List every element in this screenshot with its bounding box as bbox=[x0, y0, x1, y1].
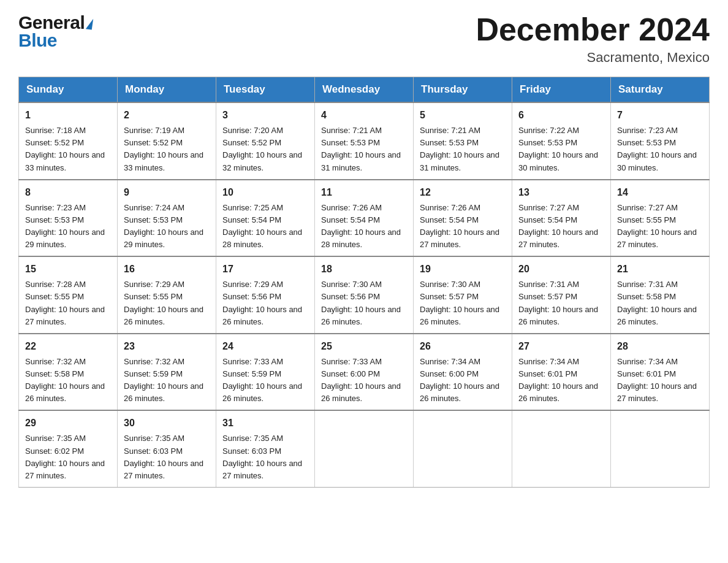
table-row: 10 Sunrise: 7:25 AMSunset: 5:54 PMDaylig… bbox=[216, 180, 315, 257]
day-number: 11 bbox=[321, 185, 407, 200]
table-row: 30 Sunrise: 7:35 AMSunset: 6:03 PMDaylig… bbox=[118, 410, 216, 487]
day-info: Sunrise: 7:22 AMSunset: 5:53 PMDaylight:… bbox=[518, 126, 598, 172]
day-info: Sunrise: 7:35 AMSunset: 6:03 PMDaylight:… bbox=[222, 434, 302, 480]
table-row: 8 Sunrise: 7:23 AMSunset: 5:53 PMDayligh… bbox=[19, 180, 118, 257]
day-info: Sunrise: 7:31 AMSunset: 5:57 PMDaylight:… bbox=[518, 280, 598, 326]
day-number: 28 bbox=[617, 339, 703, 354]
table-row: 16 Sunrise: 7:29 AMSunset: 5:55 PMDaylig… bbox=[118, 256, 216, 334]
day-number: 26 bbox=[420, 339, 506, 354]
calendar-header-row: Sunday Monday Tuesday Wednesday Thursday… bbox=[19, 77, 710, 103]
table-row bbox=[315, 410, 414, 487]
table-row: 28 Sunrise: 7:34 AMSunset: 6:01 PMDaylig… bbox=[611, 334, 710, 411]
day-number: 22 bbox=[25, 339, 111, 354]
table-row: 29 Sunrise: 7:35 AMSunset: 6:02 PMDaylig… bbox=[19, 410, 118, 487]
day-number: 6 bbox=[518, 108, 604, 123]
header-sunday: Sunday bbox=[19, 77, 118, 103]
table-row bbox=[512, 410, 611, 487]
table-row: 20 Sunrise: 7:31 AMSunset: 5:57 PMDaylig… bbox=[512, 256, 611, 334]
day-info: Sunrise: 7:35 AMSunset: 6:03 PMDaylight:… bbox=[124, 434, 203, 480]
day-info: Sunrise: 7:20 AMSunset: 5:52 PMDaylight:… bbox=[222, 126, 302, 172]
page-header: General Blue December 2024 Sacramento, M… bbox=[18, 12, 710, 66]
table-row: 26 Sunrise: 7:34 AMSunset: 6:00 PMDaylig… bbox=[414, 334, 512, 411]
day-number: 29 bbox=[25, 416, 111, 431]
day-number: 8 bbox=[25, 185, 111, 200]
table-row: 11 Sunrise: 7:26 AMSunset: 5:54 PMDaylig… bbox=[315, 180, 414, 257]
day-info: Sunrise: 7:30 AMSunset: 5:57 PMDaylight:… bbox=[420, 280, 499, 326]
month-title: December 2024 bbox=[476, 12, 710, 47]
day-info: Sunrise: 7:30 AMSunset: 5:56 PMDaylight:… bbox=[321, 280, 401, 326]
day-number: 5 bbox=[420, 108, 506, 123]
location: Sacramento, Mexico bbox=[476, 50, 710, 66]
table-row bbox=[611, 410, 710, 487]
table-row: 5 Sunrise: 7:21 AMSunset: 5:53 PMDayligh… bbox=[414, 102, 512, 180]
table-row: 12 Sunrise: 7:26 AMSunset: 5:54 PMDaylig… bbox=[414, 180, 512, 257]
logo: General Blue bbox=[18, 12, 93, 50]
table-row bbox=[414, 410, 512, 487]
day-info: Sunrise: 7:33 AMSunset: 5:59 PMDaylight:… bbox=[222, 357, 302, 403]
day-info: Sunrise: 7:34 AMSunset: 6:01 PMDaylight:… bbox=[617, 357, 697, 403]
header-monday: Monday bbox=[118, 77, 216, 103]
header-friday: Friday bbox=[512, 77, 611, 103]
day-number: 24 bbox=[222, 339, 308, 354]
table-row: 14 Sunrise: 7:27 AMSunset: 5:55 PMDaylig… bbox=[611, 180, 710, 257]
table-row: 22 Sunrise: 7:32 AMSunset: 5:58 PMDaylig… bbox=[19, 334, 118, 411]
table-row: 27 Sunrise: 7:34 AMSunset: 6:01 PMDaylig… bbox=[512, 334, 611, 411]
table-row: 18 Sunrise: 7:30 AMSunset: 5:56 PMDaylig… bbox=[315, 256, 414, 334]
table-row: 21 Sunrise: 7:31 AMSunset: 5:58 PMDaylig… bbox=[611, 256, 710, 334]
day-info: Sunrise: 7:27 AMSunset: 5:55 PMDaylight:… bbox=[617, 203, 697, 249]
header-wednesday: Wednesday bbox=[315, 77, 414, 103]
table-row: 6 Sunrise: 7:22 AMSunset: 5:53 PMDayligh… bbox=[512, 102, 611, 180]
day-number: 12 bbox=[420, 185, 506, 200]
day-number: 17 bbox=[222, 262, 308, 277]
day-number: 18 bbox=[321, 262, 407, 277]
day-info: Sunrise: 7:32 AMSunset: 5:58 PMDaylight:… bbox=[25, 357, 105, 403]
day-number: 16 bbox=[124, 262, 210, 277]
day-info: Sunrise: 7:23 AMSunset: 5:53 PMDaylight:… bbox=[617, 126, 697, 172]
calendar-week-row: 29 Sunrise: 7:35 AMSunset: 6:02 PMDaylig… bbox=[19, 410, 710, 487]
day-number: 7 bbox=[617, 108, 703, 123]
calendar-week-row: 22 Sunrise: 7:32 AMSunset: 5:58 PMDaylig… bbox=[19, 334, 710, 411]
table-row: 1 Sunrise: 7:18 AMSunset: 5:52 PMDayligh… bbox=[19, 102, 118, 180]
day-info: Sunrise: 7:34 AMSunset: 6:01 PMDaylight:… bbox=[518, 357, 598, 403]
logo-blue: Blue bbox=[18, 30, 93, 50]
day-info: Sunrise: 7:33 AMSunset: 6:00 PMDaylight:… bbox=[321, 357, 401, 403]
header-thursday: Thursday bbox=[414, 77, 512, 103]
table-row: 23 Sunrise: 7:32 AMSunset: 5:59 PMDaylig… bbox=[118, 334, 216, 411]
day-number: 13 bbox=[518, 185, 604, 200]
table-row: 15 Sunrise: 7:28 AMSunset: 5:55 PMDaylig… bbox=[19, 256, 118, 334]
day-info: Sunrise: 7:19 AMSunset: 5:52 PMDaylight:… bbox=[124, 126, 203, 172]
calendar-table: Sunday Monday Tuesday Wednesday Thursday… bbox=[18, 77, 710, 488]
day-number: 25 bbox=[321, 339, 407, 354]
table-row: 9 Sunrise: 7:24 AMSunset: 5:53 PMDayligh… bbox=[118, 180, 216, 257]
table-row: 2 Sunrise: 7:19 AMSunset: 5:52 PMDayligh… bbox=[118, 102, 216, 180]
day-number: 4 bbox=[321, 108, 407, 123]
day-number: 9 bbox=[124, 185, 210, 200]
day-number: 31 bbox=[222, 416, 308, 431]
day-info: Sunrise: 7:29 AMSunset: 5:56 PMDaylight:… bbox=[222, 280, 302, 326]
header-tuesday: Tuesday bbox=[216, 77, 315, 103]
day-number: 19 bbox=[420, 262, 506, 277]
day-info: Sunrise: 7:26 AMSunset: 5:54 PMDaylight:… bbox=[321, 203, 401, 249]
day-info: Sunrise: 7:25 AMSunset: 5:54 PMDaylight:… bbox=[222, 203, 302, 249]
table-row: 19 Sunrise: 7:30 AMSunset: 5:57 PMDaylig… bbox=[414, 256, 512, 334]
day-info: Sunrise: 7:21 AMSunset: 5:53 PMDaylight:… bbox=[420, 126, 499, 172]
day-info: Sunrise: 7:27 AMSunset: 5:54 PMDaylight:… bbox=[518, 203, 598, 249]
day-number: 20 bbox=[518, 262, 604, 277]
table-row: 3 Sunrise: 7:20 AMSunset: 5:52 PMDayligh… bbox=[216, 102, 315, 180]
day-number: 27 bbox=[518, 339, 604, 354]
day-info: Sunrise: 7:32 AMSunset: 5:59 PMDaylight:… bbox=[124, 357, 203, 403]
day-number: 2 bbox=[124, 108, 210, 123]
header-saturday: Saturday bbox=[611, 77, 710, 103]
table-row: 17 Sunrise: 7:29 AMSunset: 5:56 PMDaylig… bbox=[216, 256, 315, 334]
day-number: 21 bbox=[617, 262, 703, 277]
day-number: 23 bbox=[124, 339, 210, 354]
day-number: 1 bbox=[25, 108, 111, 123]
day-number: 15 bbox=[25, 262, 111, 277]
table-row: 7 Sunrise: 7:23 AMSunset: 5:53 PMDayligh… bbox=[611, 102, 710, 180]
table-row: 24 Sunrise: 7:33 AMSunset: 5:59 PMDaylig… bbox=[216, 334, 315, 411]
calendar-week-row: 1 Sunrise: 7:18 AMSunset: 5:52 PMDayligh… bbox=[19, 102, 710, 180]
day-number: 14 bbox=[617, 185, 703, 200]
day-info: Sunrise: 7:26 AMSunset: 5:54 PMDaylight:… bbox=[420, 203, 499, 249]
day-info: Sunrise: 7:23 AMSunset: 5:53 PMDaylight:… bbox=[25, 203, 105, 249]
table-row: 31 Sunrise: 7:35 AMSunset: 6:03 PMDaylig… bbox=[216, 410, 315, 487]
